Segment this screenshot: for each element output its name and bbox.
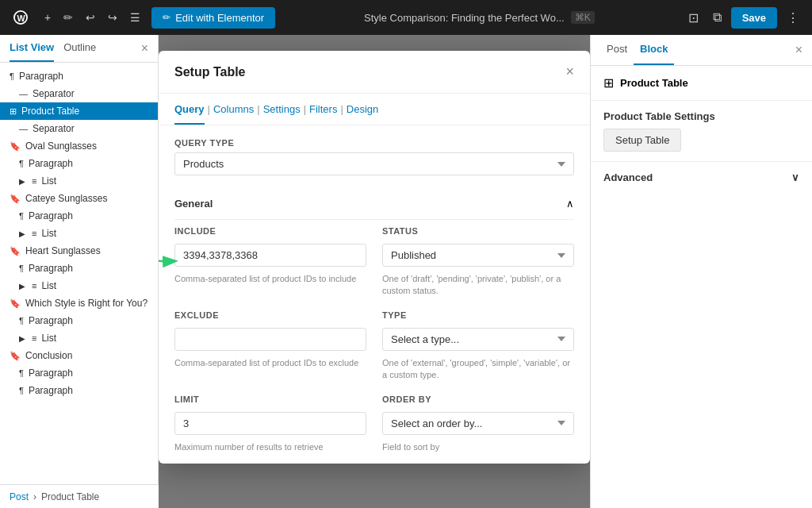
type-select[interactable]: Select a type... external grouped simple… [382,328,574,351]
type-field: TYPE Select a type... external grouped s… [382,310,574,382]
sidebar-item-list-3[interactable]: ▶ ≡ List [0,277,158,294]
order-by-label: ORDER BY [382,394,574,404]
sidebar-item-conclusion[interactable]: 🔖 Conclusion [0,347,158,364]
query-type-row: QUERY TYPE Products Orders Users [174,138,574,175]
modal-tab-query[interactable]: Query [174,103,205,125]
sidebar-item-which-style[interactable]: 🔖 Which Style is Right for You? [0,294,158,312]
settings-title: Product Table Settings [603,110,799,122]
sidebar-item-paragraph-7[interactable]: ¶ Paragraph [0,382,158,399]
top-bar-center: Style Comparison: Finding the Perfect Wo… [282,11,676,24]
exclude-input[interactable] [174,328,366,351]
setup-table-button[interactable]: Setup Table [603,129,681,152]
sidebar-item-paragraph-3[interactable]: ¶ Paragraph [0,207,158,225]
limit-input[interactable] [174,412,366,435]
modal-tab-design[interactable]: Design [347,103,378,125]
product-table-block-icon: ⊞ [603,75,614,90]
accordion-chevron-icon: ∧ [566,198,574,210]
modal-tab-filters[interactable]: Filters [309,103,337,125]
modal-tab-settings[interactable]: Settings [263,103,301,125]
right-sidebar-tabs: Post Block × [591,35,812,66]
sidebar-item-paragraph-4[interactable]: ¶ Paragraph [0,260,158,277]
sidebar-item-cateye[interactable]: 🔖 Cateye Sunglasses [0,190,158,207]
sidebar-item-heart-sunglasses[interactable]: 🔖 Heart Sunglasses [0,242,158,260]
modal-title: Setup Table [174,65,246,79]
breadcrumb: Post › Product Table [0,484,159,508]
sidebar-item-separator-1[interactable]: — Separator [0,85,158,102]
right-sidebar-close-button[interactable]: × [795,35,802,65]
block-icon-4: 🔖 [10,298,21,309]
breadcrumb-item: Product Table [41,491,99,502]
preview-button[interactable]: ⧉ [708,7,726,28]
paragraph-icon-2: ¶ [19,159,24,168]
modal-tabs: Query | Columns | Settings | Filters | D… [159,94,590,125]
more-options-button[interactable]: ⋮ [782,7,804,29]
separator-icon-2: — [19,124,28,133]
order-by-field: ORDER BY Select an order by... date titl… [382,394,574,453]
advanced-label: Advanced [603,171,653,183]
main-layout: List View Outline × ¶ Paragraph — Separa… [0,35,812,508]
paragraph-icon-5: ¶ [19,316,24,325]
exclude-label: EXCLUDE [174,310,366,320]
expand-icon-2: ▶ [19,229,25,238]
modal-body: QUERY TYPE Products Orders Users General… [159,125,590,464]
block-title: Product Table [620,77,688,89]
undo-button[interactable]: ↩ [81,8,100,27]
sidebar-item-paragraph-1[interactable]: ¶ Paragraph [0,67,158,85]
sidebar-item-paragraph-5[interactable]: ¶ Paragraph [0,312,158,329]
status-field: STATUS Published Draft Pending Private O… [382,226,574,298]
limit-hint: Maximum number of results to retrieve [174,441,366,453]
block-icon-3: 🔖 [10,246,21,256]
limit-label: LIMIT [174,394,366,404]
limit-field: LIMIT Maximum number of results to retri… [174,394,366,453]
edit-with-elementor-button[interactable]: ✏ Edit with Elementor [151,7,275,29]
sidebar-item-oval-sunglasses[interactable]: 🔖 Oval Sunglasses [0,137,158,155]
save-button[interactable]: Save [731,7,777,29]
sidebar-item-paragraph-6[interactable]: ¶ Paragraph [0,364,158,382]
paragraph-icon-3: ¶ [19,211,24,221]
breadcrumb-post[interactable]: Post [10,491,29,502]
tab-list-view[interactable]: List View [10,41,54,62]
left-sidebar: List View Outline × ¶ Paragraph — Separa… [0,35,159,508]
block-icon-5: 🔖 [10,351,21,361]
sidebar-item-separator-2[interactable]: — Separator [0,120,158,137]
general-section-accordion[interactable]: General ∧ [174,188,574,220]
sidebar-item-list-1[interactable]: ▶ ≡ List [0,172,158,190]
breadcrumb-separator: › [33,491,36,502]
expand-icon: ▶ [19,177,25,186]
elementor-icon: ✏ [163,12,170,23]
status-label: STATUS [382,226,574,236]
status-select[interactable]: Published Draft Pending Private [382,244,574,267]
expand-icon-4: ▶ [19,334,25,343]
tab-post[interactable]: Post [600,35,634,65]
right-sidebar: Post Block × ⊞ Product Table Product Tab… [590,35,812,508]
sidebar-item-list-4[interactable]: ▶ ≡ List [0,329,158,347]
top-bar: W + ✏ ↩ ↪ ☰ ✏ Edit with Elementor Style … [0,0,812,35]
modal-tab-columns[interactable]: Columns [213,103,254,125]
sidebar-close-button[interactable]: × [141,41,148,62]
list-icon: ≡ [32,176,36,186]
redo-button[interactable]: ↪ [103,8,122,27]
include-input[interactable] [174,244,366,267]
view-toggle-button[interactable]: ⊡ [684,7,703,29]
query-type-select[interactable]: Products Orders Users [174,152,574,175]
svg-text:W: W [17,13,26,23]
advanced-accordion[interactable]: Advanced ∨ [591,162,812,193]
tab-outline[interactable]: Outline [63,41,96,62]
menu-button[interactable]: ☰ [125,8,145,27]
pencil-button[interactable]: ✏ [59,8,78,27]
sidebar-item-product-table[interactable]: ⊞ Product Table [0,102,158,120]
block-title-section: ⊞ Product Table [591,66,812,101]
settings-section: Product Table Settings Setup Table [591,101,812,162]
center-content: fashion accessory that can elevate your … [159,35,590,508]
expand-icon-3: ▶ [19,282,25,291]
add-button[interactable]: + [40,8,56,27]
advanced-chevron-icon: ∨ [791,171,799,183]
setup-table-modal: Setup Table × Query | Columns | Settings… [159,51,590,464]
sidebar-item-list-2[interactable]: ▶ ≡ List [0,225,158,242]
tab-block[interactable]: Block [634,35,674,65]
sidebar-item-paragraph-2[interactable]: ¶ Paragraph [0,155,158,172]
order-by-select[interactable]: Select an order by... date title price [382,412,574,435]
modal-close-button[interactable]: × [565,64,574,80]
block-icon-2: 🔖 [10,194,21,204]
type-label: TYPE [382,310,574,320]
